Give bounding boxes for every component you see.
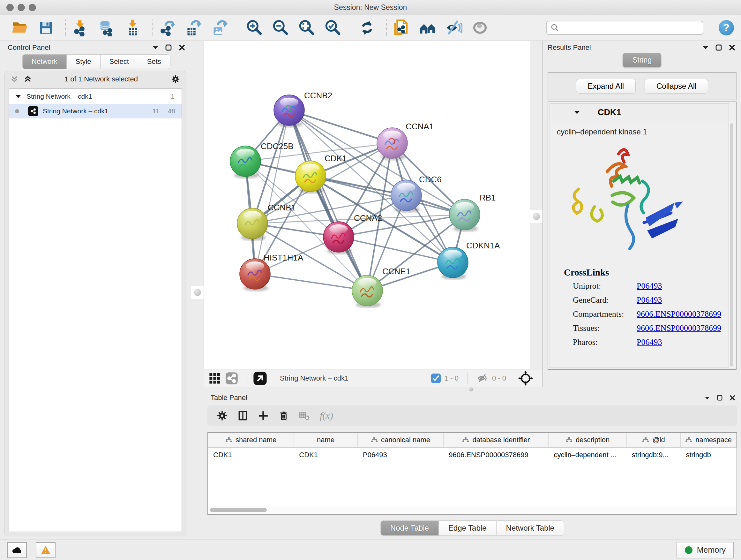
hide-selected-eye-icon[interactable] bbox=[445, 19, 463, 37]
delete-column-icon[interactable] bbox=[278, 410, 289, 421]
warnings-button[interactable] bbox=[36, 542, 56, 558]
tab-sets[interactable]: Sets bbox=[138, 54, 171, 69]
pan-crosshair-icon[interactable] bbox=[518, 371, 533, 386]
crosslink-link[interactable]: P06493 bbox=[636, 281, 662, 291]
maximize-panel-icon[interactable] bbox=[165, 44, 172, 51]
network-collection-row[interactable]: String Network – cdk1 1 bbox=[9, 89, 182, 104]
search-field[interactable] bbox=[546, 21, 703, 35]
update-refresh-icon[interactable] bbox=[358, 19, 376, 37]
network-edge-CCNB2-CCNE1[interactable] bbox=[289, 110, 367, 291]
close-panel-icon[interactable] bbox=[179, 44, 185, 51]
network-options-gear-icon[interactable] bbox=[171, 74, 180, 84]
tab-select[interactable]: Select bbox=[100, 54, 138, 69]
right-splitter-handle[interactable] bbox=[530, 210, 543, 223]
column-header-namespace[interactable]: namespace bbox=[681, 433, 737, 447]
column-header-name[interactable]: name bbox=[294, 433, 358, 447]
zoom-fit-icon[interactable] bbox=[297, 19, 315, 37]
tab-string[interactable]: String bbox=[623, 53, 661, 67]
network-edge-CCNA2-CDKN1A[interactable] bbox=[339, 237, 453, 262]
table-scrollbar-thumb[interactable] bbox=[210, 508, 267, 512]
column-header--id[interactable]: @id bbox=[627, 433, 681, 447]
crosslink-link[interactable]: P06493 bbox=[636, 295, 662, 305]
network-view-icon[interactable] bbox=[225, 372, 238, 385]
tab-network-table[interactable]: Network Table bbox=[496, 520, 564, 536]
table-horizontal-scrollbar[interactable] bbox=[209, 507, 736, 513]
crosslink-link[interactable]: P06493 bbox=[636, 337, 662, 347]
float-panel-icon[interactable] bbox=[704, 396, 710, 400]
results-scrollbar-thumb[interactable] bbox=[730, 123, 733, 367]
network-edge-HIST1H1A-CCNE1[interactable] bbox=[255, 274, 367, 291]
close-panel-icon[interactable] bbox=[729, 44, 735, 51]
column-header-description[interactable]: description bbox=[549, 433, 626, 447]
gene-section-header[interactable]: CDK1 bbox=[549, 104, 729, 121]
network-canvas[interactable]: CCNB2CCNA1CDC25BCDK1CDC6RB1CCNB1CCNA2CDK… bbox=[204, 41, 530, 369]
network-node-CDC25B[interactable]: CDC25B bbox=[230, 141, 293, 179]
tab-network[interactable]: Network bbox=[22, 54, 66, 69]
table-cell[interactable]: CDK1 bbox=[294, 448, 358, 462]
search-input[interactable] bbox=[560, 23, 695, 32]
network-node-CCNA1[interactable]: CCNA1 bbox=[377, 122, 434, 160]
table-options-gear-icon[interactable] bbox=[216, 410, 228, 422]
float-panel-icon[interactable] bbox=[152, 46, 158, 50]
network-node-RB1[interactable]: RB1 bbox=[449, 193, 496, 232]
help-icon[interactable]: ? bbox=[719, 20, 734, 36]
open-session-icon[interactable] bbox=[11, 19, 29, 37]
gene-caret-icon[interactable] bbox=[574, 111, 580, 114]
share-document-icon[interactable] bbox=[393, 19, 410, 37]
float-panel-icon[interactable] bbox=[703, 46, 709, 50]
column-header-canonical-name[interactable]: canonical name bbox=[358, 433, 444, 447]
node-table[interactable]: shared namenamecanonical namedatabase id… bbox=[207, 432, 737, 515]
cloud-status-button[interactable] bbox=[7, 542, 27, 558]
left-splitter-handle[interactable] bbox=[191, 286, 204, 299]
export-table-icon[interactable] bbox=[185, 19, 202, 37]
table-row[interactable]: CDK1CDK1P064939606.ENSP00000378699cyclin… bbox=[208, 448, 737, 462]
export-network-icon[interactable] bbox=[158, 19, 176, 37]
maximize-panel-icon[interactable] bbox=[716, 44, 722, 51]
table-cell[interactable]: stringdb bbox=[681, 448, 737, 462]
network-edge-CCNB2-CCNA1[interactable] bbox=[289, 110, 392, 143]
collection-caret-icon[interactable] bbox=[16, 95, 21, 98]
table-cell[interactable]: CDK1 bbox=[208, 448, 294, 462]
export-image-icon[interactable] bbox=[211, 19, 228, 37]
expand-all-networks-icon[interactable] bbox=[24, 75, 31, 83]
network-node-CCNE1[interactable]: CCNE1 bbox=[352, 266, 410, 308]
tab-style[interactable]: Style bbox=[66, 54, 100, 69]
column-header-shared-name[interactable]: shared name bbox=[208, 433, 294, 447]
grid-view-icon[interactable] bbox=[209, 372, 221, 384]
network-node-HIST1H1A[interactable]: HIST1H1A bbox=[240, 253, 304, 291]
import-table-icon[interactable] bbox=[124, 19, 142, 37]
crosslink-link[interactable]: 9606.ENSP00000378699 bbox=[636, 309, 721, 319]
selected-nodes-checkbox[interactable] bbox=[431, 374, 441, 383]
import-network-icon[interactable] bbox=[71, 19, 89, 37]
table-cell[interactable]: stringdb:9... bbox=[627, 448, 681, 462]
save-session-icon[interactable] bbox=[37, 19, 55, 37]
horizontal-splitter[interactable] bbox=[204, 387, 741, 391]
zoom-in-icon[interactable] bbox=[245, 19, 263, 37]
results-scrollbar[interactable] bbox=[729, 122, 735, 368]
table-cell[interactable]: 9606.ENSP00000378699 bbox=[444, 448, 549, 462]
zoom-selected-icon[interactable] bbox=[324, 19, 341, 37]
tab-edge-table[interactable]: Edge Table bbox=[439, 520, 496, 536]
table-cell[interactable]: P06493 bbox=[358, 448, 444, 462]
collapse-all-networks-icon[interactable] bbox=[10, 75, 18, 83]
detach-view-icon[interactable] bbox=[253, 371, 267, 385]
crosslink-link[interactable]: 9606.ENSP00000378699 bbox=[636, 323, 721, 333]
maximize-panel-icon[interactable] bbox=[717, 395, 723, 401]
left-splitter[interactable] bbox=[191, 41, 204, 369]
close-panel-icon[interactable] bbox=[730, 395, 735, 401]
home-networks-icon[interactable] bbox=[419, 19, 436, 37]
column-header-database-identifier[interactable]: database identifier bbox=[444, 433, 549, 447]
add-column-icon[interactable] bbox=[258, 410, 269, 421]
right-splitter[interactable] bbox=[530, 41, 542, 369]
import-network-from-database-icon[interactable] bbox=[98, 19, 116, 37]
table-cell[interactable]: cyclin–dependent ... bbox=[549, 448, 626, 462]
horizontal-splitter-handle[interactable] bbox=[469, 387, 473, 391]
network-node-CDKN1A[interactable]: CDKN1A bbox=[437, 241, 500, 280]
memory-button[interactable]: Memory bbox=[677, 542, 734, 558]
expand-all-button[interactable]: Expand All bbox=[576, 79, 636, 94]
collapse-all-button[interactable]: Collapse All bbox=[645, 79, 708, 94]
show-columns-icon[interactable] bbox=[238, 410, 248, 421]
network-row[interactable]: String Network – cdk1 11 48 bbox=[9, 104, 182, 118]
tab-node-table[interactable]: Node Table bbox=[381, 520, 439, 536]
show-all-eye-icon[interactable] bbox=[471, 19, 489, 37]
